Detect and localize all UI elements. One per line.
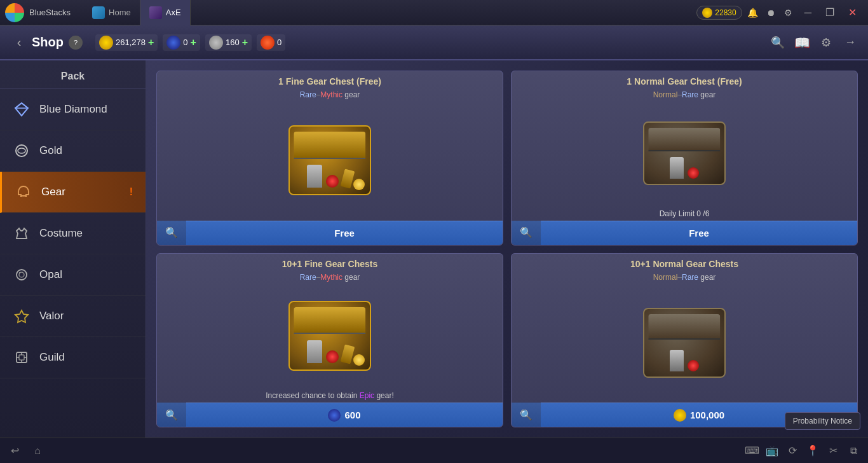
bluestacks-logo [5,3,24,22]
axe-icon [149,6,162,19]
display-btn[interactable]: 📺 [764,443,780,459]
tab-home[interactable]: Home [83,0,140,25]
card-normal-10-title: 10+1 Normal Gear Chests [512,254,857,272]
sidebar-item-valor[interactable]: Valor [0,296,146,337]
keyboard-btn[interactable]: ⌨ [743,443,760,459]
epic-label: Epic [360,391,374,400]
notification-btn[interactable]: 🔔 [746,6,760,20]
card-normal-free-buy-bar[interactable]: 🔍 Free [512,221,857,245]
card-fine-10-image [157,283,503,389]
dash-2: – [677,90,682,99]
gear-suffix-3: gear [342,273,360,282]
normal-10-search-btn[interactable]: 🔍 [512,403,541,427]
currency-bar: 261,278 + 0 + 160 + 0 [95,34,285,51]
tab-axe[interactable]: AxE [140,0,191,25]
settings-btn[interactable]: ⚙ [782,6,796,20]
shop-title: Shop [32,35,64,50]
gold-currency-icon [99,36,113,50]
tab-home-label: Home [109,8,131,17]
fine-chest-img-1 [288,125,371,195]
blue-currency-icon [166,36,180,50]
title-bar-right: 22830 🔔 ⏺ ⚙ ─ ❐ ✕ [696,6,868,20]
sidebar-item-blue-diamond[interactable]: Blue Diamond [0,89,146,130]
mythic-label-1: Mythic [320,90,342,99]
card-fine-free-buy-bar[interactable]: 🔍 Free [157,221,503,245]
back-button[interactable]: ‹ [6,30,32,55]
normal-free-search-btn[interactable]: 🔍 [512,221,541,245]
sidebar-item-opal[interactable]: Opal [0,254,146,296]
fine-10-search-btn[interactable]: 🔍 [157,403,186,427]
blue-diamond-label: Blue Diamond [39,103,107,116]
costume-label: Costume [39,227,83,240]
card-normal-free-image [512,100,857,207]
restore-btn[interactable]: ❐ [820,6,839,18]
fine-10-buy-btn[interactable]: 600 [186,403,503,427]
header-right-icons: 🔍 📖 ⚙ → [769,34,868,52]
gear-label: Gear [41,186,65,198]
blue-add-btn[interactable]: + [191,37,196,48]
logout-icon[interactable]: → [841,34,859,52]
blue-diamond-icon [13,100,31,118]
gold-price-icon [674,409,686,422]
rare-label-1: Rare [300,90,316,99]
minimize-btn[interactable]: ─ [799,7,817,18]
sidebar-item-gold[interactable]: Gold [0,130,146,172]
white-currency-icon [209,36,223,50]
normal-free-buy-btn[interactable]: Free [541,221,857,245]
probability-notice[interactable]: Probability Notice [785,412,860,430]
currency-fire: 0 [257,34,285,51]
close-btn[interactable]: ✕ [843,6,862,18]
fine-chest-img-2 [288,301,371,371]
rare-label-4: Rare [682,273,698,282]
card-fine-10-buy-bar[interactable]: 🔍 600 [157,403,503,427]
bottom-bar: ↩ ⌂ ⌨ 📺 ⟳ 📍 ✂ ⧉ [0,438,868,463]
help-button[interactable]: ? [69,36,83,50]
fine-free-search-btn[interactable]: 🔍 [157,221,186,245]
white-add-btn[interactable]: + [242,37,248,48]
card-normal-free-title: 1 Normal Gear Chest (Free) [512,71,857,89]
currency-blue: 0 + [163,34,200,51]
search-button[interactable]: 🔍 [769,34,787,52]
sidebar-item-guild[interactable]: Guild [0,337,146,378]
currency-gold: 261,278 + [95,34,158,51]
card-fine-free-subtitle: Rare–Mythic gear [157,89,503,100]
copy-btn[interactable]: ⧉ [845,443,862,459]
valor-label: Valor [39,310,64,322]
blue-price-icon [328,409,341,422]
card-normal-free: 1 Normal Gear Chest (Free) Normal–Rare g… [511,71,858,245]
gear-helmet-icon [15,183,32,201]
svg-point-10 [19,272,20,273]
currency-white: 160 + [205,34,252,51]
gear-exclamation: ! [130,186,133,198]
location-btn[interactable]: 📍 [804,443,821,459]
svg-marker-0 [15,103,28,116]
svg-point-8 [17,270,27,280]
svg-line-2 [15,103,22,108]
sidebar-item-gear[interactable]: Gear ! [0,172,146,213]
back-nav-btn[interactable]: ↩ [6,443,23,459]
rare-label-3: Rare [300,273,316,282]
fine-10-price: 600 [344,410,360,420]
normal-free-btn-label: Free [689,228,709,238]
costume-icon [13,225,31,242]
card-fine-free: 1 Fine Gear Chest (Free) Rare–Mythic gea… [156,71,503,245]
home-nav-btn[interactable]: ⌂ [29,443,46,459]
coin-icon [702,8,712,18]
rare-label-2: Rare [682,90,698,99]
normal-chest-img-2 [643,308,726,378]
gear-icon[interactable]: ⚙ [817,34,835,52]
card-fine-10: 10+1 Fine Gear Chests Rare–Mythic gear [156,253,503,428]
sidebar-item-costume[interactable]: Costume [0,213,146,254]
cut-btn[interactable]: ✂ [825,443,841,459]
fine-free-buy-btn[interactable]: Free [186,221,503,245]
bottom-right: ⌨ 📺 ⟳ 📍 ✂ ⧉ [743,443,862,459]
valor-icon [13,307,31,325]
shop-grid: 1 Fine Gear Chest (Free) Rare–Mythic gea… [146,60,868,438]
rotate-btn[interactable]: ⟳ [784,443,801,459]
record-btn[interactable]: ⏺ [764,6,778,20]
dash-4: – [677,273,682,282]
book-icon[interactable]: 📖 [793,34,811,52]
title-bar: BlueStacks Home AxE 22830 🔔 ⏺ ⚙ ─ ❐ ✕ [0,0,868,25]
card-normal-10-subtitle: Normal–Rare gear [512,272,857,283]
gold-add-btn[interactable]: + [148,37,154,48]
